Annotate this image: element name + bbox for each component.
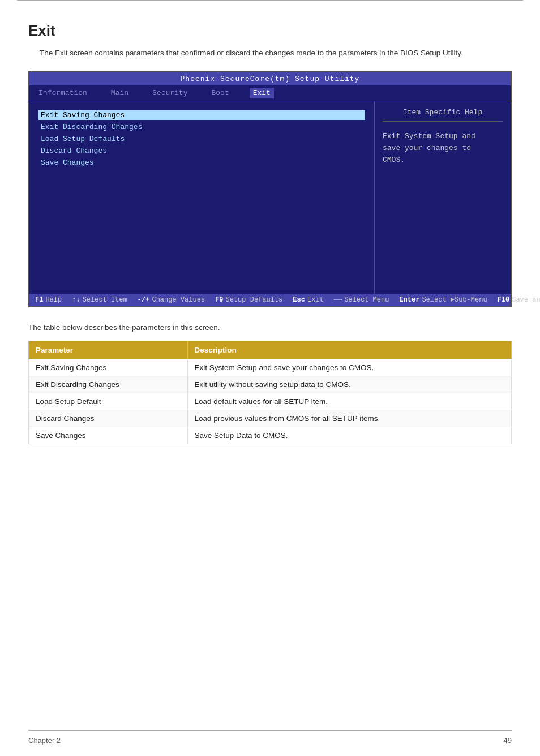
bios-status-key-4: Esc — [293, 296, 305, 304]
bios-status-item-6: Enter Select ►Sub-Menu — [399, 296, 487, 304]
table-cell-param-0: Exit Saving Changes — [29, 359, 188, 376]
table-row: Exit Saving ChangesExit System Setup and… — [29, 359, 512, 376]
bios-nav-item-exit[interactable]: Exit — [250, 88, 274, 98]
bios-status-label-5: Select Menu — [344, 296, 389, 304]
table-header-param: Parameter — [29, 341, 188, 359]
page-footer: Chapter 2 49 — [28, 730, 512, 745]
bios-status-item-3: F9 Setup Defaults — [215, 296, 282, 304]
bios-status-label-4: Exit — [307, 296, 324, 304]
bios-nav-item-boot[interactable]: Boot — [208, 88, 232, 98]
bios-status-label-3: Setup Defaults — [225, 296, 282, 304]
bios-menu-item-2[interactable]: Load Setup Defaults — [38, 134, 365, 144]
page-title: Exit — [28, 22, 512, 40]
table-cell-desc-2: Load default values for all SETUP item. — [187, 393, 511, 410]
bios-status-label-2: Change Values — [152, 296, 205, 304]
bios-status-label-1: Select Item — [83, 296, 127, 304]
bios-help-panel: Item Specific Help Exit System Setup and… — [375, 101, 511, 294]
table-cell-desc-1: Exit utility without saving setup data t… — [187, 376, 511, 393]
table-cell-param-3: Discard Changes — [29, 410, 188, 427]
bios-status-bar: F1 Help↑↓ Select Item-/+ Change ValuesF9… — [29, 294, 511, 306]
below-bios-text: The table below describes the parameters… — [28, 323, 512, 332]
table-row: Load Setup DefaultLoad default values fo… — [29, 393, 512, 410]
table-row: Exit Discarding ChangesExit utility with… — [29, 376, 512, 393]
bios-nav-item-information[interactable]: Information — [35, 88, 91, 98]
bios-nav-item-main[interactable]: Main — [108, 88, 132, 98]
table-header-desc: Description — [187, 341, 511, 359]
bios-menu-item-4[interactable]: Save Changes — [38, 158, 365, 167]
bios-main-panel: Exit Saving ChangesExit Discarding Chang… — [29, 101, 375, 294]
table-body: Exit Saving ChangesExit System Setup and… — [29, 359, 512, 444]
bios-help-title: Item Specific Help — [383, 108, 503, 122]
bios-nav-item-security[interactable]: Security — [149, 88, 191, 98]
table-cell-param-1: Exit Discarding Changes — [29, 376, 188, 393]
page-container: Exit The Exit screen contains parameters… — [0, 0, 540, 756]
bios-help-text: Exit System Setup and save your changes … — [383, 131, 503, 166]
table-cell-param-2: Load Setup Default — [29, 393, 188, 410]
page-description: The Exit screen contains parameters that… — [28, 48, 512, 59]
bios-status-key-0: F1 — [35, 296, 43, 304]
bios-menu-item-1[interactable]: Exit Discarding Changes — [38, 122, 365, 132]
top-border — [17, 0, 523, 11]
bios-body: Exit Saving ChangesExit Discarding Chang… — [29, 101, 511, 294]
bios-status-key-3: F9 — [215, 296, 223, 304]
table-cell-param-4: Save Changes — [29, 427, 188, 444]
bios-status-label-7: Save and Exit — [512, 296, 540, 304]
table-cell-desc-4: Save Setup Data to CMOS. — [187, 427, 511, 444]
footer-page: 49 — [504, 736, 512, 745]
bios-menu-item-0[interactable]: Exit Saving Changes — [38, 110, 365, 120]
bios-screen: Phoenix SecureCore(tm) Setup Utility Inf… — [28, 71, 512, 307]
footer-chapter: Chapter 2 — [28, 736, 61, 745]
table-row: Discard ChangesLoad previous values from… — [29, 410, 512, 427]
bios-status-label-6: Select ►Sub-Menu — [422, 296, 487, 304]
bios-status-item-7: F10 Save and Exit — [498, 296, 540, 304]
table-cell-desc-0: Exit System Setup and save your changes … — [187, 359, 511, 376]
bios-nav: InformationMainSecurityBootExit — [29, 85, 511, 101]
bios-status-item-1: ↑↓ Select Item — [72, 296, 127, 304]
bios-status-key-1: ↑↓ — [72, 296, 80, 304]
params-table: Parameter Description Exit Saving Change… — [28, 341, 512, 444]
table-row: Save ChangesSave Setup Data to CMOS. — [29, 427, 512, 444]
bios-status-item-2: -/+ Change Values — [138, 296, 205, 304]
bios-status-key-7: F10 — [498, 296, 510, 304]
bios-status-item-5: ←→ Select Menu — [334, 296, 389, 304]
bios-menu-item-3[interactable]: Discard Changes — [38, 146, 365, 156]
page-content: Exit The Exit screen contains parameters… — [0, 11, 540, 478]
bios-status-key-6: Enter — [399, 296, 419, 304]
bios-title-bar: Phoenix SecureCore(tm) Setup Utility — [29, 72, 511, 85]
bios-status-key-2: -/+ — [138, 296, 150, 304]
bios-status-item-4: Esc Exit — [293, 296, 323, 304]
bios-status-key-5: ←→ — [334, 296, 342, 304]
bios-status-item-0: F1 Help — [35, 296, 62, 304]
bios-status-label-0: Help — [45, 296, 62, 304]
table-cell-desc-3: Load previous values from CMOS for all S… — [187, 410, 511, 427]
